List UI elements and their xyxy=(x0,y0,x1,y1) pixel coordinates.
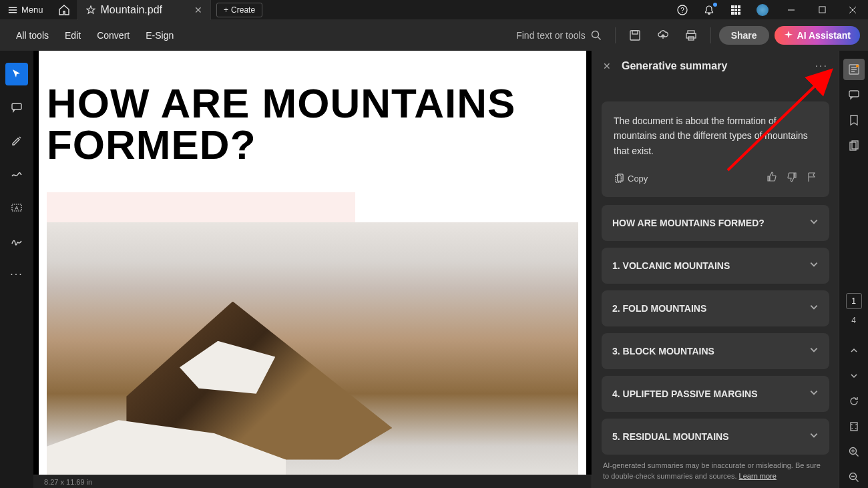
thumbs-down-icon xyxy=(787,172,797,182)
svg-rect-2 xyxy=(731,5,734,8)
thumbs-down-button[interactable] xyxy=(787,172,797,185)
summary-section-item[interactable]: HOW ARE MOUNTAINS FORMED? xyxy=(602,205,829,241)
panel-more-button[interactable]: ··· xyxy=(815,60,828,72)
document-tab[interactable]: Mountain.pdf ✕ xyxy=(78,0,212,20)
copy-button[interactable]: Copy xyxy=(614,174,648,184)
account-button[interactable] xyxy=(749,0,776,20)
create-button[interactable]: + Create xyxy=(216,3,262,17)
ai-assistant-button[interactable]: AI Assistant xyxy=(775,26,860,45)
esign-link[interactable]: E-Sign xyxy=(138,20,182,51)
svg-rect-7 xyxy=(738,9,740,11)
svg-rect-9 xyxy=(734,12,737,15)
rotate-button[interactable] xyxy=(843,391,865,412)
panel-close-button[interactable]: ✕ xyxy=(603,61,611,71)
copy-label: Copy xyxy=(628,174,648,184)
summary-section-item[interactable]: 3. BLOCK MOUNTAINS xyxy=(602,333,829,369)
svg-rect-14 xyxy=(632,31,638,34)
learn-more-link[interactable]: Learn more xyxy=(739,472,777,480)
pages-tool[interactable] xyxy=(843,135,865,156)
cursor-icon xyxy=(11,68,23,80)
panel-body[interactable]: The document is about the formation of m… xyxy=(592,81,839,457)
summary-section-item[interactable]: 2. FOLD MOUNTAINS xyxy=(602,290,829,326)
share-button[interactable]: Share xyxy=(719,26,769,45)
svg-rect-8 xyxy=(731,12,734,15)
close-button[interactable] xyxy=(837,0,868,20)
svg-rect-11 xyxy=(819,7,825,13)
menu-button[interactable]: Menu xyxy=(0,0,51,20)
text-tool[interactable]: A xyxy=(5,196,28,219)
fit-page-icon xyxy=(849,421,859,432)
edit-link[interactable]: Edit xyxy=(57,20,89,51)
svg-rect-5 xyxy=(731,9,734,11)
generative-summary-tool[interactable] xyxy=(843,59,865,80)
chevron-down-icon xyxy=(850,372,858,380)
current-page-input[interactable]: 1 xyxy=(846,293,862,309)
sign-tool[interactable] xyxy=(5,230,28,252)
summary-section-item[interactable]: 5. RESIDUAL MOUNTAINS xyxy=(602,419,829,455)
chevron-down-icon xyxy=(809,431,819,443)
panel-title: Generative summary xyxy=(622,60,805,72)
summary-card: The document is about the formation of m… xyxy=(602,101,829,197)
summary-section-item[interactable]: 4. UPLIFTED PASSIVE MARGINS xyxy=(602,376,829,412)
search-input[interactable]: Find text or tools xyxy=(511,30,607,41)
section-label: 1. VOLCANIC MOUNTAINS xyxy=(612,260,730,271)
document-viewport[interactable]: HOW ARE MOUNTAINS FORMED? 8.27 x 11.69 i… xyxy=(33,51,592,488)
comment-tool[interactable] xyxy=(5,96,28,119)
page-up-button[interactable] xyxy=(843,340,865,361)
cloud-button[interactable] xyxy=(652,24,674,47)
print-icon xyxy=(685,29,697,41)
highlight-tool[interactable] xyxy=(5,130,28,152)
section-label: 3. BLOCK MOUNTAINS xyxy=(612,346,714,356)
svg-rect-16 xyxy=(686,33,696,38)
sparkle-icon xyxy=(784,31,793,40)
help-button[interactable]: ? xyxy=(669,0,696,20)
maximize-button[interactable] xyxy=(807,0,837,20)
comments-panel-tool[interactable] xyxy=(843,84,865,105)
plus-icon: + xyxy=(224,5,228,15)
zoom-out-button[interactable] xyxy=(843,467,865,488)
draw-icon xyxy=(11,168,23,180)
apps-button[interactable] xyxy=(722,0,749,20)
chevron-up-icon xyxy=(850,346,858,354)
flag-button[interactable] xyxy=(807,172,817,185)
all-tools-link[interactable]: All tools xyxy=(8,20,57,51)
left-toolbar: A ··· xyxy=(0,51,33,488)
print-button[interactable] xyxy=(680,24,702,47)
thumbs-up-button[interactable] xyxy=(767,172,777,185)
page-down-button[interactable] xyxy=(843,365,865,387)
summary-text: The document is about the formation of m… xyxy=(614,113,817,158)
select-tool[interactable] xyxy=(5,63,28,85)
notifications-button[interactable] xyxy=(696,0,722,20)
draw-tool[interactable] xyxy=(5,163,28,186)
convert-link[interactable]: Convert xyxy=(89,20,138,51)
home-button[interactable] xyxy=(51,0,78,20)
hamburger-icon xyxy=(8,5,17,15)
fit-page-button[interactable] xyxy=(843,416,865,437)
svg-rect-10 xyxy=(738,12,740,15)
copy-icon xyxy=(614,174,624,184)
section-label: 2. FOLD MOUNTAINS xyxy=(612,303,706,314)
zoom-in-icon xyxy=(849,447,859,457)
zoom-in-button[interactable] xyxy=(843,441,865,463)
chevron-down-icon xyxy=(809,260,819,272)
svg-text:?: ? xyxy=(680,7,684,14)
svg-rect-4 xyxy=(738,5,740,8)
zoom-out-icon xyxy=(849,472,859,483)
svg-rect-25 xyxy=(849,91,859,97)
minimize-button[interactable] xyxy=(776,0,807,20)
search-icon xyxy=(591,30,602,41)
more-tools[interactable]: ··· xyxy=(5,263,28,286)
svg-point-12 xyxy=(592,31,598,38)
tab-name: Mountain.pdf xyxy=(101,4,163,16)
svg-rect-18 xyxy=(12,103,21,109)
tab-close-button[interactable]: ✕ xyxy=(194,5,202,15)
total-pages: 4 xyxy=(851,316,856,325)
bookmark-icon xyxy=(848,114,860,126)
save-button[interactable] xyxy=(624,24,646,47)
highlighter-icon xyxy=(11,135,23,147)
close-icon xyxy=(849,6,857,14)
summary-section-item[interactable]: 1. VOLCANIC MOUNTAINS xyxy=(602,248,829,284)
bell-icon xyxy=(704,5,714,15)
bookmarks-tool[interactable] xyxy=(843,109,865,131)
document-image xyxy=(47,192,578,475)
